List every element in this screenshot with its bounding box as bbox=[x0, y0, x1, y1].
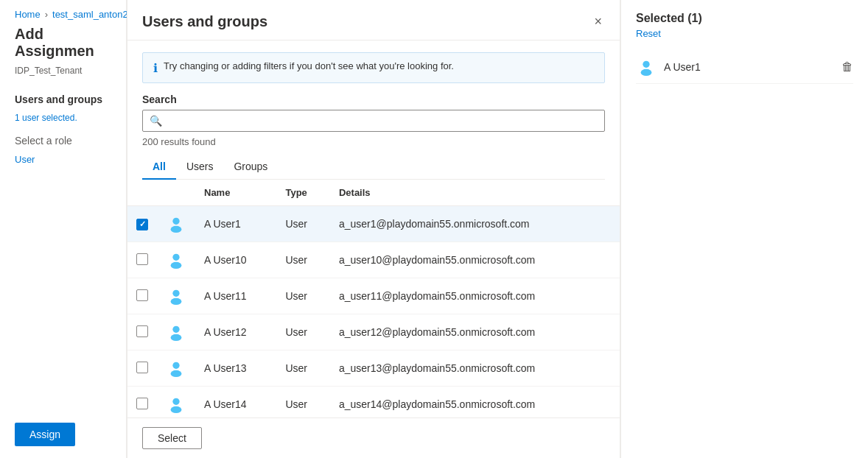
reset-link[interactable]: Reset bbox=[636, 28, 853, 39]
close-button[interactable]: × bbox=[591, 12, 605, 31]
user-name-1: A User10 bbox=[195, 242, 276, 278]
nav-users-selected: 1 user selected. bbox=[0, 111, 126, 129]
assign-button[interactable]: Assign bbox=[15, 423, 75, 446]
info-text: Try changing or adding filters if you do… bbox=[164, 60, 454, 71]
user-avatar-1 bbox=[166, 250, 186, 270]
modal-title: Users and groups bbox=[142, 13, 267, 30]
user-details-3: a_user12@playdomain55.onmicrosoft.com bbox=[330, 314, 620, 350]
tab-users[interactable]: Users bbox=[176, 155, 224, 180]
user-avatar-5 bbox=[166, 394, 186, 415]
user-name-2: A User11 bbox=[195, 278, 276, 314]
user-name-0: A User1 bbox=[195, 206, 276, 242]
user-details-1: a_user10@playdomain55.onmicrosoft.com bbox=[330, 242, 620, 278]
row-checkbox-1[interactable] bbox=[136, 253, 148, 265]
table-row[interactable]: A User12Usera_user12@playdomain55.onmicr… bbox=[127, 314, 620, 350]
svg-point-6 bbox=[172, 326, 179, 333]
user-type-0: User bbox=[276, 206, 330, 242]
modal-footer: Select bbox=[127, 418, 620, 458]
svg-point-0 bbox=[172, 218, 179, 225]
results-count: 200 results found bbox=[142, 136, 605, 147]
svg-point-9 bbox=[171, 370, 182, 377]
info-icon: ℹ bbox=[153, 61, 158, 75]
user-details-4: a_user13@playdomain55.onmicrosoft.com bbox=[330, 350, 620, 387]
svg-point-11 bbox=[171, 406, 182, 413]
user-type-5: User bbox=[276, 387, 330, 418]
user-type-2: User bbox=[276, 278, 330, 314]
breadcrumb-home[interactable]: Home bbox=[15, 9, 41, 20]
user-avatar-2 bbox=[166, 286, 186, 306]
breadcrumb-item[interactable]: test_saml_anton2 bbox=[52, 9, 128, 20]
nav-item-select-role[interactable]: Select a role bbox=[0, 129, 126, 152]
right-panel: Selected (1) Reset A User1🗑 bbox=[620, 0, 868, 458]
svg-point-4 bbox=[172, 290, 179, 297]
selected-list: A User1🗑 bbox=[636, 51, 853, 84]
users-table: Name Type Details A User1Usera_user1@pla… bbox=[127, 180, 620, 418]
user-name-3: A User12 bbox=[195, 314, 276, 350]
row-checkbox-5[interactable] bbox=[136, 398, 148, 409]
page-subtitle: IDP_Test_Tenant bbox=[0, 66, 126, 88]
row-checkbox-3[interactable] bbox=[136, 325, 148, 337]
user-avatar-3 bbox=[166, 322, 186, 342]
search-label: Search bbox=[142, 94, 605, 105]
table-row[interactable]: A User13Usera_user13@playdomain55.onmicr… bbox=[127, 350, 620, 387]
svg-point-10 bbox=[172, 398, 179, 405]
user-name-4: A User13 bbox=[195, 350, 276, 387]
selected-avatar-0 bbox=[636, 57, 657, 77]
svg-point-3 bbox=[171, 262, 182, 269]
col-checkbox bbox=[127, 180, 157, 206]
modal-header: Users and groups × bbox=[127, 0, 620, 40]
svg-point-8 bbox=[172, 362, 179, 369]
user-details-5: a_user14@playdomain55.onmicrosoft.com bbox=[330, 387, 620, 418]
left-panel-footer: Assign bbox=[0, 411, 126, 458]
svg-point-13 bbox=[641, 69, 652, 76]
table-row[interactable]: A User11Usera_user11@playdomain55.onmicr… bbox=[127, 278, 620, 314]
selected-user-name-0: A User1 bbox=[664, 61, 834, 73]
left-panel: Home › test_saml_anton2 Add Assignmen ID… bbox=[0, 0, 127, 458]
user-name-5: A User14 bbox=[195, 387, 276, 418]
user-avatar-4 bbox=[166, 358, 186, 378]
svg-point-12 bbox=[643, 61, 649, 68]
search-icon: 🔍 bbox=[150, 115, 162, 127]
select-button[interactable]: Select bbox=[142, 427, 202, 449]
row-checkbox-4[interactable] bbox=[136, 362, 148, 373]
table-row[interactable]: A User10Usera_user10@playdomain55.onmicr… bbox=[127, 242, 620, 278]
delete-selected-0[interactable]: 🗑 bbox=[841, 60, 853, 74]
svg-point-2 bbox=[172, 254, 179, 261]
col-avatar bbox=[157, 180, 195, 206]
col-type: Type bbox=[276, 180, 330, 206]
tab-groups[interactable]: Groups bbox=[223, 155, 278, 180]
user-type-3: User bbox=[276, 314, 330, 350]
table-row[interactable]: A User14Usera_user14@playdomain55.onmicr… bbox=[127, 387, 620, 418]
selected-item-0: A User1🗑 bbox=[636, 51, 853, 84]
nav-item-users-groups[interactable]: Users and groups bbox=[0, 88, 126, 111]
search-input[interactable] bbox=[142, 110, 605, 132]
selected-header: Selected (1) bbox=[636, 12, 853, 25]
breadcrumb: Home › test_saml_anton2 bbox=[0, 0, 126, 23]
breadcrumb-separator: › bbox=[45, 9, 48, 20]
page-title: Add Assignmen bbox=[0, 23, 126, 66]
row-checkbox-2[interactable] bbox=[136, 289, 148, 301]
row-checkbox-0[interactable] bbox=[136, 219, 148, 230]
user-details-2: a_user11@playdomain55.onmicrosoft.com bbox=[330, 278, 620, 314]
user-avatar-0 bbox=[166, 214, 186, 234]
modal-body: ℹ Try changing or adding filters if you … bbox=[127, 40, 620, 418]
modal-overlay: Users and groups × ℹ Try changing or add… bbox=[127, 0, 868, 458]
svg-point-5 bbox=[171, 298, 182, 305]
svg-point-1 bbox=[171, 226, 182, 233]
tab-all[interactable]: All bbox=[142, 155, 176, 180]
nav-role-value[interactable]: User bbox=[0, 152, 126, 171]
left-nav: Users and groups 1 user selected. Select… bbox=[0, 88, 126, 411]
user-type-1: User bbox=[276, 242, 330, 278]
user-details-0: a_user1@playdomain55.onmicrosoft.com bbox=[330, 206, 620, 242]
table-row[interactable]: A User1Usera_user1@playdomain55.onmicros… bbox=[127, 206, 620, 242]
col-name: Name bbox=[195, 180, 276, 206]
user-type-4: User bbox=[276, 350, 330, 387]
col-details: Details bbox=[330, 180, 620, 206]
table-container: Name Type Details A User1Usera_user1@pla… bbox=[127, 180, 620, 418]
svg-point-7 bbox=[171, 334, 182, 341]
tabs-container: All Users Groups bbox=[142, 155, 605, 180]
info-bar: ℹ Try changing or adding filters if you … bbox=[142, 52, 605, 83]
app-container: Home › test_saml_anton2 Add Assignmen ID… bbox=[0, 0, 868, 458]
modal-panel: Users and groups × ℹ Try changing or add… bbox=[127, 0, 620, 458]
search-input-wrap: 🔍 bbox=[142, 110, 605, 132]
